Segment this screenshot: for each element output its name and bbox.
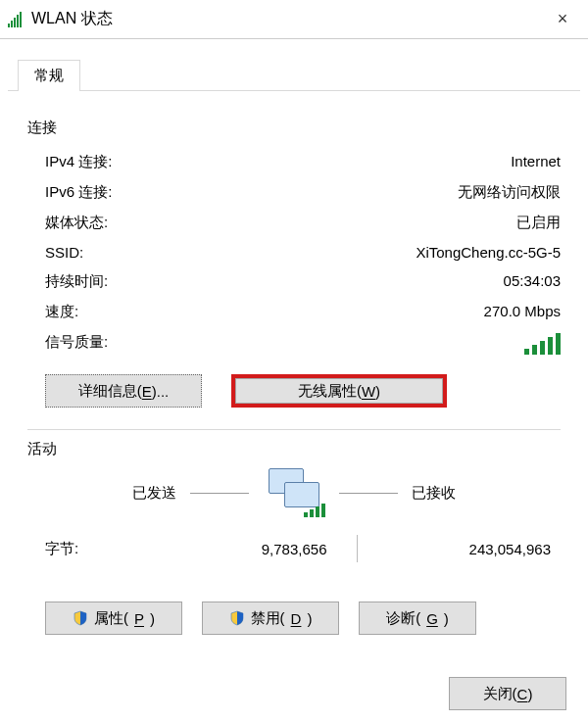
tabstrip: 常规 [8, 59, 580, 91]
ssid-value: XiTongCheng.cc-5G-5 [416, 244, 561, 261]
dash-left [190, 493, 249, 494]
row-ssid: SSID: XiTongCheng.cc-5G-5 [27, 238, 561, 266]
row-ipv4: IPv4 连接: Internet [27, 147, 561, 177]
media-label: 媒体状态: [45, 214, 108, 232]
disable-hotkey: D [291, 610, 302, 627]
close-button[interactable]: 关闭(C) [449, 677, 566, 710]
ipv6-value: 无网络访问权限 [458, 183, 561, 202]
disable-prefix: 禁用( [251, 609, 285, 628]
diagnose-button[interactable]: 诊断(G) [359, 602, 476, 635]
bytes-label: 字节: [45, 540, 133, 558]
props-prefix: 属性( [94, 609, 128, 628]
details-hotkey: E [142, 383, 152, 400]
duration-label: 持续时间: [45, 272, 108, 291]
shield-icon [229, 610, 245, 626]
props-suffix: ) [150, 610, 155, 627]
diag-hotkey: G [426, 610, 438, 627]
details-button[interactable]: 详细信息(E)... [45, 374, 202, 408]
sent-label: 已发送 [132, 484, 176, 503]
signal-icon [8, 12, 24, 27]
close-prefix: 关闭( [483, 685, 517, 703]
signal-label: 信号质量: [45, 333, 108, 355]
shield-icon [73, 610, 88, 626]
connection-section-title: 连接 [27, 119, 561, 137]
activity-section-title: 活动 [27, 440, 561, 458]
wireless-properties-button[interactable]: 无线属性(W) [231, 374, 447, 408]
diag-prefix: 诊断( [386, 609, 420, 628]
dash-right [339, 493, 398, 494]
row-speed: 速度: 270.0 Mbps [27, 297, 561, 327]
tab-general[interactable]: 常规 [18, 60, 80, 91]
ipv6-label: IPv6 连接: [45, 183, 112, 202]
ssid-label: SSID: [45, 244, 83, 261]
row-ipv6: IPv6 连接: 无网络访问权限 [27, 177, 561, 208]
wireless-suffix: ) [375, 383, 380, 400]
bytes-row: 字节: 9,783,656 243,054,963 [45, 535, 561, 562]
media-value: 已启用 [516, 214, 561, 232]
row-duration: 持续时间: 05:34:03 [27, 266, 561, 297]
bytes-sent: 9,783,656 [133, 541, 357, 557]
duration-value: 05:34:03 [504, 272, 561, 291]
footer: 关闭(C) [449, 677, 566, 710]
wireless-prefix: 无线属性( [298, 382, 362, 401]
props-hotkey: P [134, 610, 144, 627]
details-suffix: )... [152, 383, 170, 400]
ipv4-label: IPv4 连接: [45, 153, 112, 171]
window-title: WLAN 状态 [31, 9, 541, 29]
disable-suffix: ) [307, 610, 312, 627]
ipv4-value: Internet [511, 153, 561, 171]
properties-button[interactable]: 属性(P) [45, 602, 182, 635]
bytes-recv: 243,054,963 [358, 541, 562, 557]
signal-bars-icon [521, 333, 561, 355]
wireless-hotkey: W [362, 383, 375, 400]
activity-graphic: 已发送 已接收 [27, 468, 561, 517]
close-hotkey: C [517, 686, 528, 702]
row-signal: 信号质量: [27, 327, 561, 361]
row-media: 媒体状态: 已启用 [27, 208, 561, 238]
disable-button[interactable]: 禁用(D) [202, 602, 339, 635]
separator [27, 429, 561, 430]
close-icon[interactable]: × [541, 1, 584, 38]
speed-value: 270.0 Mbps [484, 303, 561, 321]
titlebar: WLAN 状态 × [0, 0, 588, 39]
close-suffix: ) [527, 686, 532, 702]
recv-label: 已接收 [412, 484, 456, 503]
speed-label: 速度: [45, 303, 78, 321]
details-prefix: 详细信息( [78, 382, 142, 401]
diag-suffix: ) [444, 610, 449, 627]
network-computers-icon [263, 468, 325, 517]
